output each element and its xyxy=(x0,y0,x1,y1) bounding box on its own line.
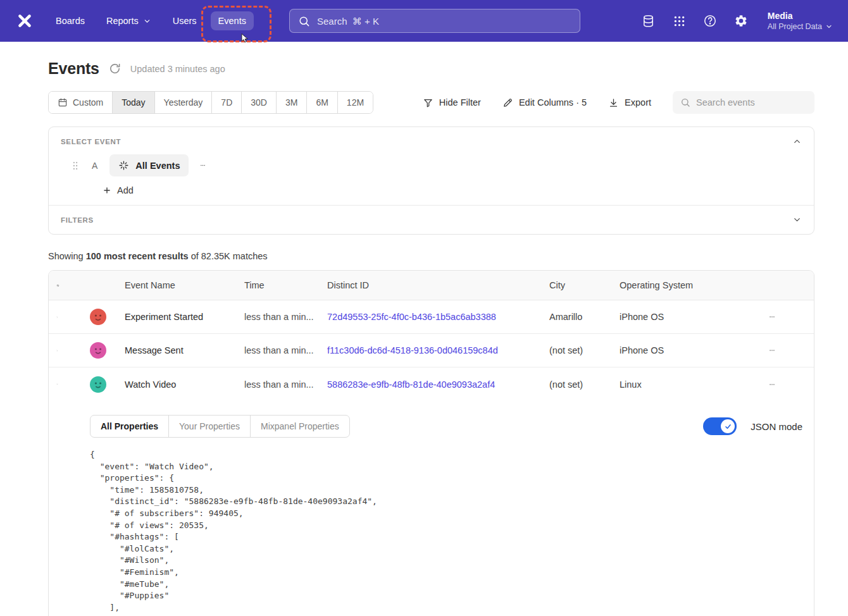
step-letter: A xyxy=(92,161,97,171)
export-button[interactable]: Export xyxy=(608,97,651,108)
city-cell: (not set) xyxy=(549,379,620,390)
table-header: Event Name Time Distinct ID City Operati… xyxy=(49,271,814,300)
gear-icon[interactable] xyxy=(734,14,748,28)
event-name-cell: Message Sent xyxy=(112,345,244,355)
edit-columns-button[interactable]: Edit Columns · 5 xyxy=(502,97,587,108)
col-city[interactable]: City xyxy=(549,280,620,290)
hide-filter-label: Hide Filter xyxy=(439,97,481,108)
range-today[interactable]: Today xyxy=(113,92,154,113)
top-navbar: Boards Reports Users Events xyxy=(0,0,848,42)
col-distinct-id[interactable]: Distinct ID xyxy=(327,280,549,290)
range-custom[interactable]: Custom xyxy=(49,92,113,113)
apps-grid-icon[interactable] xyxy=(673,15,686,28)
main-content: Events Updated 3 minutes ago Custom Toda… xyxy=(0,59,848,616)
event-selector[interactable]: All Events xyxy=(109,154,189,176)
export-label: Export xyxy=(625,97,651,108)
hide-filter-button[interactable]: Hide Filter xyxy=(423,97,481,108)
collapse-section-icon[interactable] xyxy=(792,137,802,146)
filters-section[interactable]: FILTERS xyxy=(49,205,814,234)
expand-row-icon[interactable] xyxy=(49,312,58,322)
nav-item-users[interactable]: Users xyxy=(165,11,204,30)
expand-filters-icon[interactable] xyxy=(792,215,802,225)
check-icon xyxy=(724,422,732,431)
row-more-icon[interactable] xyxy=(766,379,778,390)
nav-item-reports[interactable]: Reports xyxy=(99,11,159,30)
project-scope-label: All Project Data xyxy=(768,22,822,31)
tab-all-properties[interactable]: All Properties xyxy=(90,416,169,437)
search-events-box[interactable] xyxy=(673,91,814,114)
properties-tabs: All Properties Your Properties Mixpanel … xyxy=(90,415,350,438)
refresh-icon[interactable] xyxy=(109,63,121,75)
table-row: Message Sent less than a min... f11c30d6… xyxy=(49,334,814,367)
range-yesterday[interactable]: Yesterday xyxy=(155,92,213,113)
range-6m[interactable]: 6M xyxy=(307,92,337,113)
range-30d[interactable]: 30D xyxy=(242,92,277,113)
events-table: Event Name Time Distinct ID City Operati… xyxy=(48,270,814,616)
time-cell: less than a min... xyxy=(244,379,327,390)
range-7d[interactable]: 7D xyxy=(212,92,242,113)
row-detail-panel: All Properties Your Properties Mixpanel … xyxy=(49,401,814,616)
city-cell: Amarillo xyxy=(549,312,620,322)
event-row: A All Events xyxy=(71,154,802,176)
edit-columns-label: Edit Columns · 5 xyxy=(519,97,587,108)
time-cell: less than a min... xyxy=(244,312,327,322)
distinct-id-link[interactable]: f11c30d6-dc6d-4518-9136-0d046159c84d xyxy=(327,345,498,355)
json-mode-toggle[interactable] xyxy=(703,417,737,435)
os-cell: iPhone OS xyxy=(620,345,730,355)
search-events-input[interactable] xyxy=(696,97,807,108)
row-more-icon[interactable] xyxy=(766,345,778,356)
collapse-row-icon[interactable] xyxy=(49,379,58,389)
col-event-name[interactable]: Event Name xyxy=(112,280,244,290)
navbar-right-actions: Media All Project Data xyxy=(641,11,833,31)
os-cell: iPhone OS xyxy=(620,312,730,322)
table-row-expanded: Watch Video less than a min... 5886283e-… xyxy=(49,367,814,401)
distinct-id-link[interactable]: 72d49553-25fc-4f0c-b436-1b5ac6ab3388 xyxy=(327,312,496,322)
project-switcher[interactable]: Media All Project Data xyxy=(768,11,833,31)
event-selector-label: All Events xyxy=(135,161,180,171)
sort-icon[interactable] xyxy=(49,280,59,291)
search-icon xyxy=(298,15,310,27)
event-name-cell: Experiment Started xyxy=(112,312,244,322)
expand-row-icon[interactable] xyxy=(49,346,58,355)
help-icon[interactable] xyxy=(703,14,717,28)
results-suffix: of 82.35K matches xyxy=(191,251,268,261)
primary-nav: Boards Reports Users Events xyxy=(48,11,254,30)
event-more-icon[interactable] xyxy=(197,160,208,171)
select-event-section: SELECT EVENT A All Events xyxy=(49,127,814,205)
data-management-icon[interactable] xyxy=(641,14,656,28)
filters-label: FILTERS xyxy=(61,216,94,224)
nav-item-boards[interactable]: Boards xyxy=(48,11,92,30)
os-cell: Linux xyxy=(620,379,730,390)
global-search-input[interactable] xyxy=(317,16,571,27)
nav-item-events[interactable]: Events xyxy=(211,11,254,30)
results-summary: Showing 100 most recent results of 82.35… xyxy=(48,251,814,261)
distinct-id-link[interactable]: 5886283e-e9fb-48fb-81de-40e9093a2af4 xyxy=(327,379,495,390)
global-search[interactable] xyxy=(289,9,580,33)
json-mode-label: JSON mode xyxy=(751,421,802,432)
col-os[interactable]: Operating System xyxy=(620,280,730,290)
range-12m[interactable]: 12M xyxy=(338,92,373,113)
add-event-button[interactable]: Add xyxy=(103,185,134,195)
last-updated-text: Updated 3 minutes ago xyxy=(130,64,225,74)
results-prefix: Showing xyxy=(48,251,84,261)
range-3m[interactable]: 3M xyxy=(277,92,307,113)
row-more-icon[interactable] xyxy=(766,311,778,323)
select-event-label: SELECT EVENT xyxy=(61,138,121,145)
page-title: Events xyxy=(48,59,99,78)
download-icon xyxy=(608,97,619,108)
date-range-group: Custom Today Yesterday 7D 30D 3M 6M 12M xyxy=(48,91,373,114)
user-avatar xyxy=(90,342,106,359)
funnel-icon xyxy=(423,97,433,108)
pencil-icon xyxy=(502,97,513,108)
drag-handle-icon[interactable] xyxy=(71,160,80,171)
tab-mixpanel-properties[interactable]: Mixpanel Properties xyxy=(251,416,349,437)
results-count: 100 most recent results xyxy=(86,251,189,261)
user-avatar xyxy=(90,309,106,325)
chevron-down-icon xyxy=(825,23,833,30)
mixpanel-logo[interactable] xyxy=(15,11,34,30)
tab-your-properties[interactable]: Your Properties xyxy=(169,416,251,437)
event-name-cell: Watch Video xyxy=(112,379,244,390)
col-time[interactable]: Time xyxy=(244,280,327,290)
nav-item-events-label: Events xyxy=(218,16,246,26)
event-json-code: { "event": "Watch Video", "properties": … xyxy=(90,449,802,613)
